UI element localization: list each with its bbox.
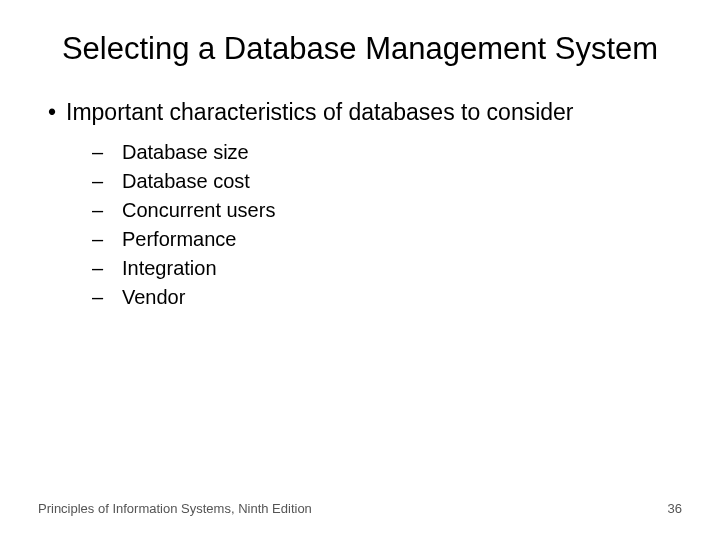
dash-icon: –: [92, 283, 122, 312]
sub-bullet-item: – Integration: [92, 254, 682, 283]
sub-bullet-list: – Database size – Database cost – Concur…: [38, 138, 682, 312]
sub-bullet-text: Integration: [122, 254, 217, 283]
sub-bullet-text: Database cost: [122, 167, 250, 196]
sub-bullet-item: – Vendor: [92, 283, 682, 312]
sub-bullet-text: Performance: [122, 225, 237, 254]
sub-bullet-item: – Concurrent users: [92, 196, 682, 225]
main-bullet-item: • Important characteristics of databases…: [38, 99, 682, 126]
slide-footer: Principles of Information Systems, Ninth…: [38, 501, 682, 516]
sub-bullet-text: Vendor: [122, 283, 185, 312]
sub-bullet-item: – Database cost: [92, 167, 682, 196]
dash-icon: –: [92, 138, 122, 167]
page-number: 36: [668, 501, 682, 516]
sub-bullet-item: – Database size: [92, 138, 682, 167]
slide-title: Selecting a Database Management System: [0, 30, 720, 69]
sub-bullet-text: Concurrent users: [122, 196, 275, 225]
dash-icon: –: [92, 254, 122, 283]
dash-icon: –: [92, 196, 122, 225]
slide-content: • Important characteristics of databases…: [0, 99, 720, 312]
bullet-dot-icon: •: [38, 99, 66, 126]
sub-bullet-item: – Performance: [92, 225, 682, 254]
footer-source: Principles of Information Systems, Ninth…: [38, 501, 312, 516]
dash-icon: –: [92, 225, 122, 254]
dash-icon: –: [92, 167, 122, 196]
sub-bullet-text: Database size: [122, 138, 249, 167]
main-bullet-text: Important characteristics of databases t…: [66, 99, 574, 126]
